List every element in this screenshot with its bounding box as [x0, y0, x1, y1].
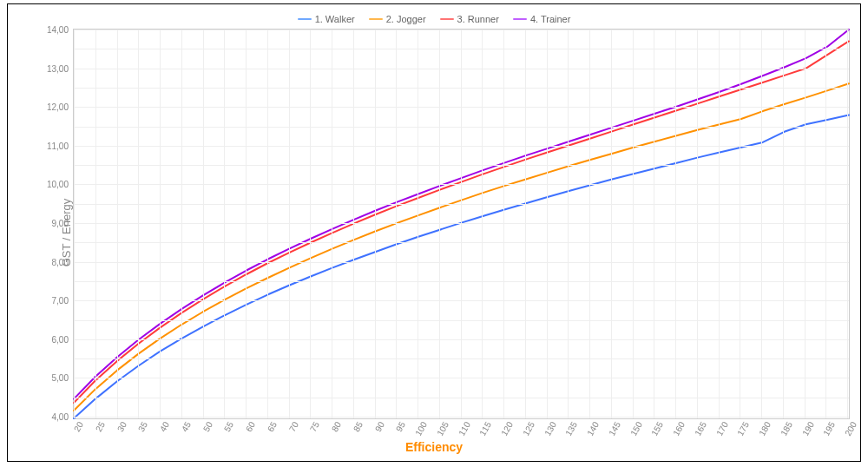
- x-tick: 175: [734, 419, 752, 437]
- x-tick: 55: [220, 419, 235, 433]
- legend-label: 2. Jogger: [386, 14, 426, 24]
- legend-swatch: [513, 18, 527, 20]
- x-tick: 115: [477, 419, 494, 437]
- x-tick: 80: [328, 419, 343, 433]
- legend-label: 3. Runner: [457, 14, 499, 24]
- x-tick: 95: [392, 419, 407, 433]
- x-tick: 120: [497, 419, 515, 437]
- x-tick: 125: [519, 419, 536, 437]
- x-tick: 150: [627, 419, 644, 437]
- x-tick: 75: [306, 419, 321, 433]
- x-tick: 135: [562, 419, 580, 437]
- x-tick: 200: [841, 419, 858, 437]
- x-tick: 30: [114, 419, 128, 433]
- x-tick: 65: [264, 419, 279, 433]
- legend-swatch: [369, 18, 383, 20]
- x-tick: 35: [135, 419, 149, 433]
- x-tick: 45: [178, 419, 193, 433]
- x-axis-label: Efficiency: [8, 440, 860, 454]
- x-tick: 140: [583, 419, 601, 437]
- series-3: [74, 30, 849, 399]
- y-tick: 9,00: [52, 219, 74, 228]
- x-tick: 145: [605, 419, 622, 437]
- legend-item-3[interactable]: 4. Trainer: [513, 14, 570, 24]
- y-tick: 7,00: [52, 296, 74, 306]
- y-tick: 5,00: [52, 373, 74, 383]
- legend-item-2[interactable]: 3. Runner: [440, 14, 499, 24]
- x-tick: 90: [372, 419, 386, 433]
- x-tick: 70: [286, 419, 300, 433]
- y-tick: 6,00: [52, 334, 74, 344]
- x-tick: 190: [799, 419, 816, 437]
- x-tick: 100: [411, 419, 429, 437]
- legend-swatch: [440, 18, 454, 20]
- y-tick: 10,00: [47, 180, 74, 189]
- legend-label: 1. Walker: [315, 14, 355, 24]
- y-tick: 14,00: [47, 25, 74, 35]
- x-tick: 85: [350, 419, 365, 433]
- x-tick: 195: [820, 419, 838, 437]
- y-tick: 13,00: [47, 63, 74, 73]
- x-tick: 40: [156, 419, 171, 433]
- legend: 1. Walker2. Jogger3. Runner4. Trainer: [8, 11, 860, 24]
- x-tick: 165: [691, 419, 708, 437]
- plot-area: 4,005,006,007,008,009,0010,0011,0012,001…: [73, 29, 850, 419]
- legend-item-1[interactable]: 2. Jogger: [369, 14, 426, 24]
- x-tick: 130: [541, 419, 558, 437]
- x-tick: 155: [648, 419, 666, 437]
- legend-label: 4. Trainer: [530, 14, 570, 24]
- x-tick: 160: [669, 419, 687, 437]
- x-tick: 170: [713, 419, 730, 437]
- y-tick: 12,00: [47, 102, 74, 112]
- y-tick: 4,00: [52, 412, 74, 422]
- x-tick: 105: [433, 419, 450, 437]
- x-tick: 185: [777, 419, 794, 437]
- y-tick: 8,00: [52, 257, 74, 266]
- legend-item-0[interactable]: 1. Walker: [298, 14, 355, 24]
- x-tick: 50: [200, 419, 214, 433]
- x-tick: 180: [755, 419, 773, 437]
- chart-container: 1. Walker2. Jogger3. Runner4. Trainer Un…: [7, 3, 861, 462]
- y-tick: 11,00: [47, 141, 74, 150]
- x-tick: 60: [242, 419, 257, 433]
- x-tick: 110: [455, 419, 472, 437]
- x-tick: 25: [92, 419, 107, 433]
- series-1: [74, 83, 849, 411]
- legend-swatch: [298, 18, 312, 20]
- series-0: [74, 115, 849, 418]
